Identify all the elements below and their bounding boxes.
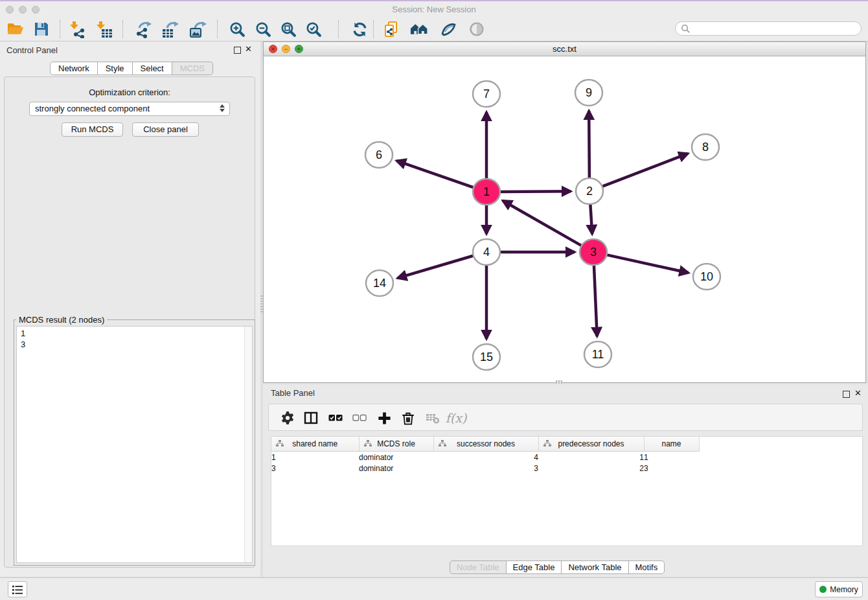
result-scrollbar[interactable] [244,327,252,562]
close-panel-icon[interactable]: ✕ [245,44,252,54]
table-cell[interactable]: dominator [359,463,433,474]
graph-node-2[interactable]: 2 [576,178,603,204]
task-history-button[interactable] [8,581,27,597]
table-row[interactable]: 1dominator411 [271,452,699,463]
table-row[interactable]: 3dominator323 [271,463,699,474]
svg-text:1: 1 [483,185,490,198]
graph-node-3[interactable]: 3 [580,239,607,265]
open-session-icon[interactable] [6,20,24,38]
column-header-successor-nodes[interactable]: successor nodes [433,437,538,452]
graph-edge-3-1[interactable] [503,201,583,247]
table-panel-tabs: Node Table Edge Table Network Table Moti… [450,560,665,574]
table-cell[interactable]: dominator [359,452,433,463]
add-column-icon[interactable] [376,410,393,426]
tab-network-table[interactable]: Network Table [562,560,628,574]
graph-edge-3-11[interactable] [594,263,597,336]
window-title: Session: New Session [0,5,868,14]
graph-node-10[interactable]: 10 [693,264,720,290]
import-network-icon[interactable] [68,20,86,38]
mcds-panel: Optimization criterion: strongly connect… [4,76,255,568]
hierarchy-icon [439,440,446,449]
delete-table-icon[interactable] [424,410,441,426]
save-session-icon[interactable] [32,20,51,38]
column-header-shared-name[interactable]: shared name [271,437,359,452]
criterion-select[interactable]: strongly connected component [29,102,230,116]
graph-edge-1-6[interactable] [396,161,475,188]
zoom-out-icon[interactable] [254,20,272,38]
horizontal-splitter-handle[interactable] [556,380,562,384]
zoom-in-icon[interactable] [228,20,246,38]
tab-style[interactable]: Style [98,62,133,75]
close-table-panel-icon[interactable]: ✕ [854,388,862,398]
graph-node-7[interactable]: 7 [473,81,500,107]
deselect-all-icon[interactable] [351,410,368,426]
duplicate-network-icon[interactable] [382,20,400,38]
style-paint-icon[interactable] [439,20,457,38]
delete-column-icon[interactable] [400,410,417,426]
graph-node-8[interactable]: 8 [692,134,719,160]
import-table-icon[interactable] [95,20,113,38]
optimization-criterion-label: Optimization criterion: [5,87,255,97]
tab-edge-table[interactable]: Edge Table [507,560,562,574]
tab-motifs[interactable]: Motifs [629,560,665,574]
settings-gear-icon[interactable] [279,410,296,426]
network-window-titlebar[interactable]: ✕ − + scc.txt [264,42,865,56]
graph-edge-4-14[interactable] [398,255,475,278]
float-panel-icon[interactable] [234,47,241,54]
table-toolbar: f(x) [268,404,863,431]
graph-edge-2-3[interactable] [590,202,592,234]
table-cell[interactable]: 3 [271,463,359,474]
network-canvas[interactable]: 7968124314101511 [264,56,865,382]
select-all-icon[interactable] [327,410,344,426]
hierarchy-icon [543,440,551,449]
mcds-result-text: 1 3 [21,328,25,350]
houses-icon[interactable] [410,20,428,38]
tab-select[interactable]: Select [133,62,172,75]
tab-mcds[interactable]: MCDS [172,62,213,75]
table-cell[interactable]: 2 [538,463,644,474]
graph-edge-1-2[interactable] [498,191,571,192]
graph-node-9[interactable]: 9 [575,80,602,106]
svg-text:8: 8 [702,141,709,154]
graph-node-6[interactable]: 6 [365,142,393,168]
export-table-icon[interactable] [161,20,179,38]
status-bar: Memory [0,577,868,600]
memory-button[interactable]: Memory [815,581,863,597]
tab-node-table[interactable]: Node Table [450,560,507,574]
column-header-name[interactable]: name [644,437,699,452]
refresh-icon[interactable] [350,20,369,38]
close-panel-button[interactable]: Close panel [132,122,199,137]
graph-node-11[interactable]: 11 [584,341,611,367]
graph-node-4[interactable]: 4 [473,239,500,265]
mcds-result-area[interactable]: 1 3 [16,326,253,563]
export-image-icon[interactable] [188,20,207,38]
table-cell[interactable]: 1 [538,452,644,463]
show-column-icon[interactable] [303,410,319,426]
graph-edge-2-9[interactable] [589,111,589,180]
hierarchy-icon [364,440,372,449]
table-cell[interactable]: 1 [644,452,699,463]
graph-node-15[interactable]: 15 [473,344,500,370]
zoom-fit-icon[interactable] [279,20,297,38]
column-header-mcds-role[interactable]: MCDS role [359,437,433,452]
graph-node-1[interactable]: 1 [473,179,500,205]
run-mcds-button[interactable]: Run MCDS [62,122,123,137]
toolbar-separator [373,20,374,38]
export-network-icon[interactable] [134,20,152,38]
tab-network[interactable]: Network [50,62,98,75]
graph-edge-3-10[interactable] [605,255,689,273]
eye-hide-icon[interactable] [468,20,486,38]
zoom-selected-icon[interactable] [304,20,323,38]
float-table-panel-icon[interactable] [843,391,850,398]
graph-edge-2-8[interactable] [600,154,688,187]
table-panel-title: Table Panel [271,388,315,398]
task-list-icon [12,584,23,595]
search-input[interactable] [675,21,862,36]
table-cell[interactable]: 4 [433,452,538,463]
column-header-predecessor-nodes[interactable]: predecessor nodes [538,437,644,452]
function-builder-icon[interactable]: f(x) [448,410,464,426]
graph-node-14[interactable]: 14 [366,270,393,296]
table-cell[interactable]: 3 [644,463,699,474]
table-cell[interactable]: 1 [271,452,359,463]
table-cell[interactable]: 3 [433,463,538,474]
